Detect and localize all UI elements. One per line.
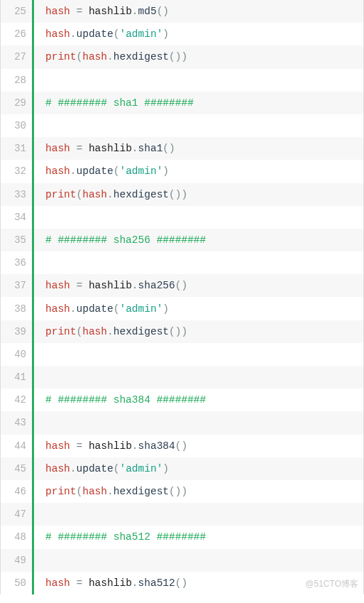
code-line: 42# ######## sha384 ######## <box>1 389 363 411</box>
code-token: sha1 <box>138 143 163 154</box>
code-line: 33print(hash.hexdigest()) <box>1 183 363 206</box>
code-line: 37hash = hashlib.sha256() <box>1 274 363 297</box>
code-token: ( <box>77 189 83 200</box>
code-line: 45hash.update('admin') <box>1 457 363 480</box>
line-number: 47 <box>1 509 32 520</box>
code-content: print(hash.hexdigest()) <box>34 51 363 63</box>
code-content: # ######## sha512 ######## <box>34 531 363 543</box>
code-token: () <box>169 326 181 337</box>
line-number: 26 <box>1 28 32 40</box>
code-token: hash <box>45 440 70 452</box>
line-number: 49 <box>1 555 32 566</box>
line-number: 28 <box>1 75 32 86</box>
code-token: hashlib <box>89 577 132 589</box>
code-token: = <box>77 143 83 154</box>
code-token: hash <box>45 303 70 315</box>
line-number: 48 <box>1 531 32 543</box>
code-line: 31hash = hashlib.sha1() <box>1 137 363 160</box>
code-token: 'admin' <box>119 303 162 315</box>
code-token: # ######## sha256 ######## <box>45 234 206 246</box>
code-content: # ######## sha256 ######## <box>34 234 363 246</box>
code-token: ) <box>162 463 169 474</box>
code-token: () <box>162 143 175 154</box>
code-token: () <box>175 440 187 452</box>
code-token: . <box>70 303 77 315</box>
code-line: 48# ######## sha512 ######## <box>1 526 363 548</box>
code-token <box>70 280 77 291</box>
code-line: 30 <box>1 114 363 137</box>
code-token <box>82 143 89 154</box>
code-token: hash <box>45 28 70 40</box>
code-token: update <box>77 303 114 315</box>
diff-marker <box>32 503 34 526</box>
code-token: hashlib <box>89 280 132 291</box>
line-number: 34 <box>1 212 32 223</box>
code-content: hash = hashlib.sha384() <box>34 440 363 452</box>
code-token: hash <box>82 486 107 497</box>
code-token: hash <box>45 463 70 474</box>
code-token: hash <box>45 143 70 154</box>
code-line: 43 <box>1 411 363 434</box>
code-token: () <box>169 51 181 63</box>
code-token: . <box>107 326 114 337</box>
code-token <box>82 577 89 589</box>
code-token: . <box>70 165 77 177</box>
code-token: . <box>107 51 114 63</box>
diff-marker <box>32 69 34 92</box>
code-token: # ######## sha512 ######## <box>45 531 206 543</box>
diff-marker <box>32 251 34 274</box>
code-token: hexdigest <box>114 486 169 497</box>
code-token: ( <box>77 486 83 497</box>
line-number: 45 <box>1 463 32 474</box>
code-token: = <box>77 440 83 452</box>
code-token: = <box>77 280 83 291</box>
code-token: print <box>45 51 77 63</box>
code-line: 35# ######## sha256 ######## <box>1 229 363 251</box>
diff-marker <box>32 366 34 389</box>
code-content: hash = hashlib.sha256() <box>34 280 363 291</box>
code-token: hash <box>45 165 70 177</box>
line-number: 30 <box>1 120 32 131</box>
code-token: . <box>132 440 138 452</box>
code-token: . <box>132 280 138 291</box>
code-content: hash.update('admin') <box>34 165 363 177</box>
code-content: hash.update('admin') <box>34 463 363 474</box>
diff-marker <box>32 411 34 434</box>
code-token: hashlib <box>89 440 132 452</box>
code-token: . <box>70 463 77 474</box>
line-number: 25 <box>1 6 32 17</box>
code-token: . <box>132 143 138 154</box>
code-line: 26hash.update('admin') <box>1 23 363 45</box>
code-token <box>70 143 77 154</box>
code-token: hash <box>82 326 107 337</box>
diff-marker <box>32 549 34 572</box>
code-token: print <box>45 189 77 200</box>
diff-marker <box>32 343 34 366</box>
code-line: 46print(hash.hexdigest()) <box>1 480 363 503</box>
code-token: = <box>77 6 83 17</box>
code-token: hash <box>82 189 107 200</box>
code-token: ) <box>181 189 187 200</box>
code-token: = <box>77 577 83 589</box>
code-token: hash <box>82 51 107 63</box>
diff-marker <box>32 206 34 229</box>
code-content: hash = hashlib.sha1() <box>34 143 363 154</box>
code-line: 49 <box>1 549 363 572</box>
line-number: 40 <box>1 349 32 360</box>
code-token: hexdigest <box>114 189 169 200</box>
code-token: . <box>132 6 138 17</box>
code-line: 50hash = hashlib.sha512() <box>1 572 363 594</box>
line-number: 46 <box>1 486 32 497</box>
code-content: print(hash.hexdigest()) <box>34 326 363 337</box>
code-token <box>70 440 77 452</box>
code-line: 39print(hash.hexdigest()) <box>1 320 363 343</box>
code-token: print <box>45 486 77 497</box>
code-line: 29# ######## sha1 ######## <box>1 92 363 114</box>
code-content: hash.update('admin') <box>34 303 363 315</box>
code-token: hashlib <box>89 143 132 154</box>
code-content: hash = hashlib.sha512() <box>34 577 363 589</box>
code-token: ) <box>162 165 169 177</box>
code-token: update <box>77 165 114 177</box>
code-line: 47 <box>1 503 363 526</box>
code-block: 25hash = hashlib.md5()26hash.update('adm… <box>0 0 364 594</box>
